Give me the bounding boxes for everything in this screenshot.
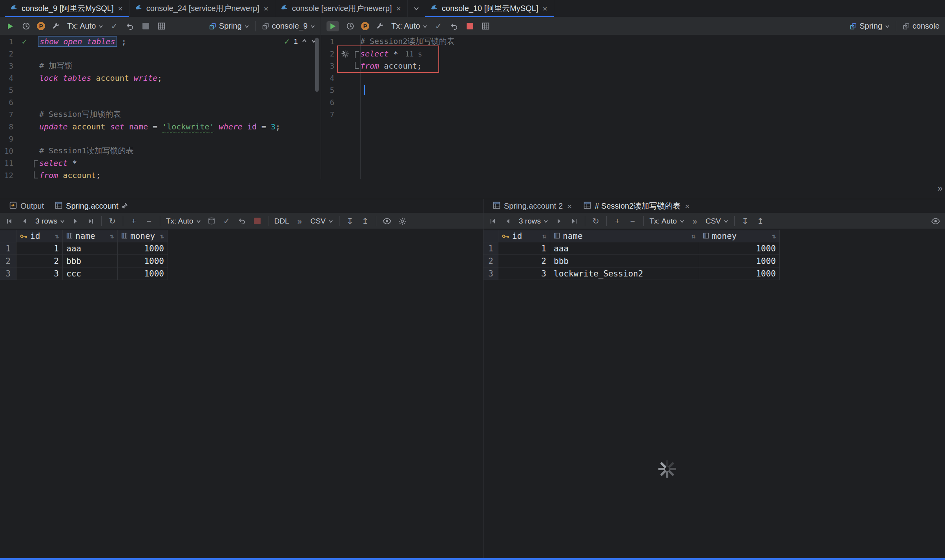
code-line[interactable]: 5 <box>0 84 321 96</box>
code-line[interactable]: 6 <box>0 96 321 108</box>
prev-page-icon[interactable] <box>20 215 29 227</box>
result-grid-session2[interactable]: id⇅name⇅money⇅11aaa100022bbb100033lockwr… <box>483 230 780 280</box>
hidden-tabs-chevron-icon[interactable] <box>408 0 425 17</box>
run-button[interactable] <box>5 20 15 32</box>
close-icon[interactable]: × <box>566 202 573 210</box>
more-actions-chevrons[interactable]: » <box>295 215 305 227</box>
import-download-icon[interactable]: ↧ <box>741 215 750 227</box>
page-size-dropdown[interactable]: 3 rows <box>35 217 65 225</box>
tx-mode-dropdown[interactable]: Tx: Auto <box>67 22 103 31</box>
submit-db-icon[interactable] <box>207 215 216 227</box>
column-header-money[interactable]: money⇅ <box>699 230 780 242</box>
close-icon[interactable]: × <box>263 4 269 13</box>
page-size-dropdown[interactable]: 3 rows <box>519 217 548 225</box>
code-line[interactable]: 1✓show open tables ; <box>0 35 321 47</box>
grid-cell[interactable]: 1000 <box>699 267 780 280</box>
splitter-strip[interactable]: » <box>0 179 945 199</box>
tab-session2-query[interactable]: # Session2读加写锁的表 × <box>579 199 695 213</box>
export-format-dropdown[interactable]: CSV <box>706 217 728 225</box>
tab-output[interactable]: Output <box>5 199 49 213</box>
view-eye-icon[interactable] <box>382 215 392 227</box>
next-page-icon[interactable] <box>71 215 80 227</box>
grid-cell[interactable]: 1 <box>16 242 63 255</box>
close-icon[interactable]: × <box>684 202 690 210</box>
row-number[interactable]: 2 <box>0 255 16 267</box>
row-number[interactable]: 3 <box>483 267 498 280</box>
run-button-active[interactable] <box>327 21 339 31</box>
grid-cell[interactable]: 1000 <box>118 267 168 280</box>
overflow-chevron-icon[interactable]: » <box>938 183 943 194</box>
editor-pane-console-10[interactable]: 1# Session2读加写锁的表2select *11 s3from acco… <box>321 35 945 179</box>
add-row-icon[interactable]: + <box>129 215 139 227</box>
export-upload-icon[interactable]: ↥ <box>756 215 765 227</box>
row-number[interactable]: 1 <box>0 242 16 255</box>
tx-mode-dropdown[interactable]: Tx: Auto <box>391 22 427 31</box>
console-schema-dropdown[interactable]: console_9 <box>262 22 315 31</box>
commit-check-icon[interactable]: ✓ <box>222 215 232 227</box>
prev-page-icon[interactable] <box>504 215 513 227</box>
code-line[interactable]: 10# Session1读加写锁的表 <box>0 145 321 157</box>
pin-icon[interactable] <box>122 202 128 211</box>
grid-cell[interactable]: 1000 <box>699 242 780 255</box>
view-eye-icon[interactable] <box>931 215 940 227</box>
code-line[interactable]: 3from account; <box>321 60 945 72</box>
code-line[interactable]: 12from account; <box>0 169 321 179</box>
code-line[interactable]: 5 <box>321 84 945 96</box>
parameters-icon[interactable]: P <box>361 22 369 30</box>
stop-button[interactable] <box>253 215 262 227</box>
wrench-settings-icon[interactable] <box>376 20 385 32</box>
row-number[interactable]: 3 <box>0 267 16 280</box>
code-line[interactable]: 2select *11 s <box>321 47 945 60</box>
prev-result-chevron-icon[interactable] <box>301 37 307 46</box>
column-header-name[interactable]: name⇅ <box>63 230 118 242</box>
delete-row-icon[interactable]: − <box>628 215 637 227</box>
datasource-dropdown[interactable]: Spring <box>209 22 249 31</box>
column-header-name[interactable]: name⇅ <box>550 230 699 242</box>
close-icon[interactable]: × <box>396 4 402 13</box>
column-header-money[interactable]: money⇅ <box>118 230 168 242</box>
next-page-icon[interactable] <box>554 215 564 227</box>
last-page-icon[interactable] <box>569 215 579 227</box>
stop-button-active[interactable] <box>465 20 474 32</box>
first-page-icon[interactable] <box>488 215 498 227</box>
close-icon[interactable]: × <box>542 4 548 13</box>
editor-pane-console-9[interactable]: 1✓show open tables ;23# 加写锁4lock tables … <box>0 35 321 179</box>
close-icon[interactable]: × <box>117 4 124 13</box>
row-number[interactable]: 1 <box>483 242 498 255</box>
refresh-icon[interactable]: ↻ <box>591 215 600 227</box>
code-line[interactable]: 4 <box>321 72 945 84</box>
tab-console-10[interactable]: console_10 [阿里云MySQL] × <box>425 0 554 17</box>
code-line[interactable]: 8update account set name = 'lockwrite' w… <box>0 120 321 133</box>
rollback-undo-icon[interactable] <box>125 20 135 32</box>
history-clock-icon[interactable] <box>21 20 31 32</box>
result-grid-spring-account[interactable]: id⇅name⇅money⇅11aaa100022bbb100033ccc100… <box>0 230 168 280</box>
grid-cell[interactable]: 1 <box>498 242 550 255</box>
code-line[interactable]: 4lock tables account write; <box>0 72 321 84</box>
more-actions-chevrons[interactable]: » <box>690 215 700 227</box>
refresh-icon[interactable]: ↻ <box>108 215 117 227</box>
settings-gear-icon[interactable] <box>398 215 407 227</box>
tx-mode-dropdown[interactable]: Tx: Auto <box>166 217 201 225</box>
grid-cell[interactable]: 3 <box>16 267 63 280</box>
row-number-header[interactable] <box>483 230 498 242</box>
grid-cell[interactable]: aaa <box>550 242 699 255</box>
code-line[interactable]: 9 <box>0 133 321 145</box>
first-page-icon[interactable] <box>5 215 14 227</box>
export-format-dropdown[interactable]: CSV <box>310 217 333 225</box>
code-line[interactable]: 2 <box>0 47 321 60</box>
rollback-undo-icon[interactable] <box>449 20 459 32</box>
in-editor-results-grid-icon[interactable] <box>481 20 490 32</box>
code-line[interactable]: 11select * <box>0 157 321 169</box>
grid-cell[interactable]: 2 <box>498 255 550 267</box>
grid-cell[interactable]: 2 <box>16 255 63 267</box>
grid-cell[interactable]: bbb <box>63 255 118 267</box>
tab-console[interactable]: console [service用户newerp] × <box>275 0 408 17</box>
add-row-icon[interactable]: + <box>613 215 622 227</box>
export-upload-icon[interactable]: ↥ <box>361 215 370 227</box>
code-line[interactable]: 1# Session2读加写锁的表 <box>321 35 945 47</box>
commit-check-icon[interactable]: ✓ <box>109 20 119 32</box>
column-header-id[interactable]: id⇅ <box>16 230 63 242</box>
ddl-button[interactable]: DDL <box>274 217 289 225</box>
scrollbar-thumb[interactable] <box>315 38 319 92</box>
grid-cell[interactable]: ccc <box>63 267 118 280</box>
